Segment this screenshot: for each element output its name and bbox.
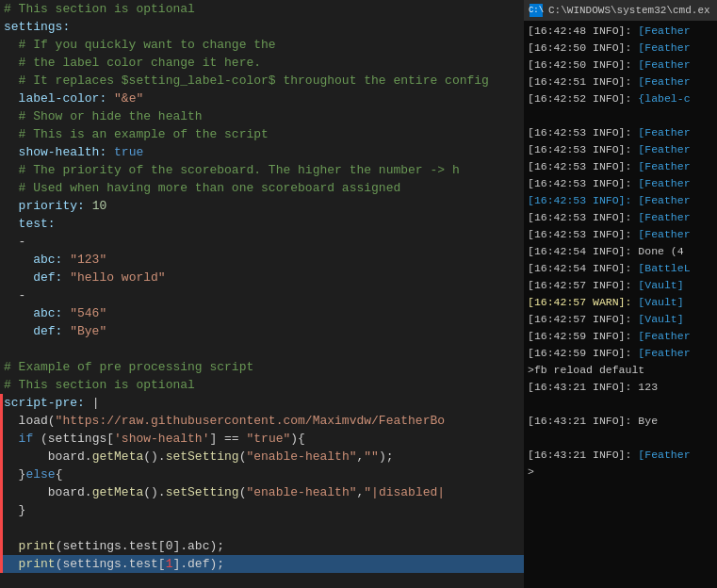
- t-line-prompt[interactable]: >: [528, 464, 713, 481]
- line-15-content: abc: "123": [4, 251, 106, 269]
- t-line-1: [16:42:48 INFO]: [Feather: [528, 23, 713, 40]
- line-16: def: "hello world": [0, 269, 526, 286]
- t-line-18: [16:42:59 INFO]: [Feather: [528, 328, 713, 345]
- line-6-content: label-color: "&e": [4, 90, 143, 107]
- line-16-content: def: "hello world": [4, 269, 166, 286]
- line-4: # the label color change it here.: [0, 54, 526, 72]
- t-line-blank1: [528, 107, 713, 124]
- line-24: load("https://raw.githubusercontent.com/…: [0, 412, 526, 430]
- t-line-6: [16:42:53 INFO]: [Feather: [528, 124, 713, 141]
- line-17: -: [0, 286, 526, 304]
- line-30-content: [4, 519, 11, 537]
- t-line-8: [16:42:53 INFO]: [Feather: [528, 158, 713, 175]
- t-line-cmd: >fb reload default: [528, 362, 713, 379]
- line-27-content: }else{: [4, 466, 62, 483]
- line-33-content: [4, 573, 11, 588]
- t-line-10: [16:42:53 INFO]: [Feather: [528, 192, 713, 209]
- line-3-content: # If you quickly want to change the: [4, 36, 276, 54]
- line-9-content: show-health: true: [4, 143, 143, 161]
- line-22: # This section is optional: [0, 376, 526, 394]
- line-21-content: # Example of pre processing script: [4, 358, 253, 376]
- line-18-content: abc: "546": [4, 304, 106, 322]
- t-line-2: [16:42:50 INFO]: [Feather: [528, 40, 713, 57]
- t-line-blank3: [528, 430, 713, 447]
- line-7: # Show or hide the health: [0, 107, 526, 125]
- line-5: # It replaces $setting_label-color$ thro…: [0, 72, 526, 90]
- line-18: abc: "546": [0, 304, 526, 322]
- line-6: label-color: "&e": [0, 90, 526, 107]
- terminal-pane: C:\ C:\WINDOWS\system32\cmd.ex [16:42:48…: [524, 0, 717, 588]
- line-14: -: [0, 233, 526, 251]
- line-26: board.getMeta().setSetting("enable-healt…: [0, 448, 526, 466]
- line-24-content: load("https://raw.githubusercontent.com/…: [4, 412, 445, 430]
- editor-pane: # This section is optional settings: # I…: [0, 0, 526, 588]
- line-21: # Example of pre processing script: [0, 358, 526, 376]
- line-32: print(settings.test[1].def);: [0, 555, 526, 573]
- line-2: settings:: [0, 18, 526, 36]
- terminal-title: C:\WINDOWS\system32\cmd.ex: [548, 5, 710, 16]
- line-26-content: board.getMeta().setSetting("enable-healt…: [4, 448, 394, 466]
- line-3: # If you quickly want to change the: [0, 36, 526, 54]
- line-1-content: # This section is optional: [4, 0, 195, 18]
- line-12: priority: 10: [0, 197, 526, 215]
- t-line-9: [16:42:53 INFO]: [Feather: [528, 175, 713, 192]
- line-23: script-pre: |: [0, 394, 526, 412]
- t-line-3: [16:42:50 INFO]: [Feather: [528, 57, 713, 74]
- line-32-content: print(settings.test[1].def);: [4, 555, 224, 573]
- t-line-4: [16:42:51 INFO]: [Feather: [528, 74, 713, 90]
- cmd-icon: C:\: [530, 4, 543, 17]
- line-28: board.getMeta().setSetting("enable-healt…: [0, 483, 526, 501]
- line-25-content: if (settings['show-health'] == "true"){: [4, 430, 305, 448]
- t-line-blank2: [528, 396, 713, 413]
- t-line-5: [16:42:52 INFO]: {label-c: [528, 90, 713, 107]
- t-line-17: [16:42:57 INFO]: [Vault]: [528, 311, 713, 328]
- line-13: test:: [0, 215, 526, 233]
- t-line-11: [16:42:53 INFO]: [Feather: [528, 209, 713, 226]
- line-10-content: # The priority of the scoreboard. The hi…: [4, 161, 460, 179]
- line-10: # The priority of the scoreboard. The hi…: [0, 161, 526, 179]
- line-28-content: board.getMeta().setSetting("enable-healt…: [4, 483, 445, 501]
- line-20-content: [4, 340, 11, 358]
- t-line-19: [16:42:59 INFO]: [Feather: [528, 345, 713, 362]
- line-15: abc: "123": [0, 251, 526, 269]
- line-29: }: [0, 501, 526, 519]
- t-line-20: [16:43:21 INFO]: 123: [528, 379, 713, 396]
- line-31-content: print(settings.test[0].abc);: [4, 537, 224, 555]
- line-29-content: }: [4, 501, 25, 519]
- t-line-13: [16:42:54 INFO]: Done (4: [528, 243, 713, 260]
- line-11: # Used when having more than one scorebo…: [0, 179, 526, 197]
- line-22-content: # This section is optional: [4, 376, 195, 394]
- line-5-content: # It replaces $setting_label-color$ thro…: [4, 72, 489, 90]
- line-19: def: "Bye": [0, 322, 526, 340]
- line-7-content: # Show or hide the health: [4, 107, 203, 125]
- line-25: if (settings['show-health'] == "true"){: [0, 430, 526, 448]
- line-9: show-health: true: [0, 143, 526, 161]
- line-1: # This section is optional: [0, 0, 526, 18]
- line-4-content: # the label color change it here.: [4, 54, 261, 72]
- t-line-7: [16:42:53 INFO]: [Feather: [528, 141, 713, 158]
- line-31: print(settings.test[0].abc);: [0, 537, 526, 555]
- t-line-16: [16:42:57 WARN]: [Vault]: [528, 294, 713, 311]
- terminal-content: [16:42:48 INFO]: [Feather [16:42:50 INFO…: [524, 21, 717, 482]
- line-12-content: priority: 10: [4, 197, 106, 215]
- line-27: }else{: [0, 466, 526, 483]
- t-line-15: [16:42:57 INFO]: [Vault]: [528, 277, 713, 294]
- line-11-content: # Used when having more than one scorebo…: [4, 179, 400, 197]
- line-2-content: settings:: [4, 18, 70, 36]
- line-8: # This is an example of the script: [0, 125, 526, 143]
- terminal-titlebar: C:\ C:\WINDOWS\system32\cmd.ex: [524, 0, 717, 21]
- t-line-21: [16:43:21 INFO]: Bye: [528, 413, 713, 430]
- line-33: [0, 573, 526, 588]
- line-19-content: def: "Bye": [4, 322, 106, 340]
- t-line-12: [16:42:53 INFO]: [Feather: [528, 226, 713, 243]
- t-line-14: [16:42:54 INFO]: [BattleL: [528, 260, 713, 277]
- line-13-content: test:: [4, 215, 56, 233]
- line-20: [0, 340, 526, 358]
- t-line-22: [16:43:21 INFO]: [Feather: [528, 447, 713, 464]
- line-30: [0, 519, 526, 537]
- line-8-content: # This is an example of the script: [4, 125, 269, 143]
- line-23-content: script-pre: |: [4, 394, 99, 412]
- line-14-content: -: [4, 233, 25, 251]
- code-area: # This section is optional settings: # I…: [0, 0, 526, 588]
- line-17-content: -: [4, 286, 25, 304]
